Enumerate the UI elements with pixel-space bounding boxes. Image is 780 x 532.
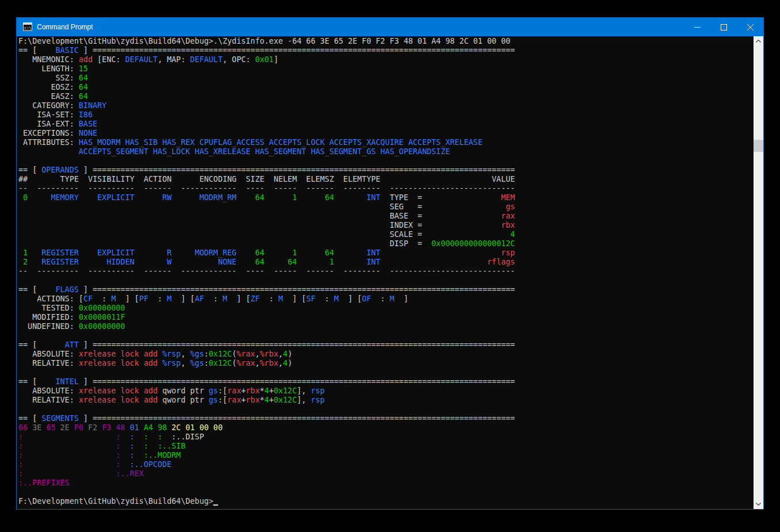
console-line	[18, 488, 763, 497]
console-line: -- --------- ---------- ------ ---------…	[18, 267, 763, 276]
console-line: ISA-SET: I86	[18, 110, 763, 120]
console-line: MNEMONIC: add [ENC: DEFAULT, MAP: DEFAUL…	[18, 55, 763, 64]
chevron-up-icon	[756, 40, 761, 43]
window-controls	[684, 18, 763, 36]
console-line: DISP = 0x000000000000012C	[18, 239, 763, 248]
console-line: TESTED: 0x00000000	[18, 304, 763, 313]
console-line: == [ OPERANDS ] ========================…	[18, 166, 763, 175]
scroll-down-button[interactable]	[754, 499, 763, 509]
console-line: MODIFIED: 0x0000011F	[18, 313, 763, 322]
close-button[interactable]	[737, 18, 763, 36]
window-title: Command Prompt	[37, 23, 684, 31]
titlebar[interactable]: c:\ Command Prompt	[17, 18, 763, 36]
console-line: RELATIVE: xrelease lock add %rsp, %gs:0x…	[18, 359, 763, 368]
console-line: : : : :..MODRM	[18, 451, 763, 460]
console-line: F:\Development\GitHub\zydis\Build64\Debu…	[18, 497, 763, 506]
console-line: INDEX = rbx	[18, 221, 763, 230]
console-line	[18, 156, 763, 166]
console-line: 0 MEMORY EXPLICIT RW MODRM_RM 64 1 64 IN…	[18, 193, 763, 202]
console-line: EOSZ: 64	[18, 83, 763, 92]
console-line: F:\Development\GitHub\zydis\Build64\Debu…	[18, 37, 763, 46]
console-line: UNDEFINED: 0x00000000	[18, 322, 763, 331]
console-line: : : : : : :..DISP	[18, 433, 763, 442]
console-line: : : :..OPCODE	[18, 460, 763, 469]
console-line	[18, 331, 763, 340]
console-line	[18, 276, 763, 285]
console-output: F:\Development\GitHub\zydis\Build64\Debu…	[18, 37, 763, 506]
console-line: ISA-EXT: BASE	[18, 120, 763, 129]
console-line: ATTRIBUTES: HAS_MODRM HAS_SIB HAS_REX CP…	[18, 138, 763, 147]
console-line	[18, 405, 763, 414]
scroll-up-button[interactable]	[754, 36, 763, 46]
console-line: == [ INTEL ] ===========================…	[18, 377, 763, 386]
console-line: SEG = gs	[18, 202, 763, 212]
console-line: CATEGORY: BINARY	[18, 101, 763, 110]
console-line: == [ FLAGS ] ===========================…	[18, 285, 763, 294]
command-prompt-window: c:\ Command Prompt F:\Development\GitHub…	[16, 17, 764, 510]
console-line	[18, 368, 763, 377]
console-line: :..PREFIXES	[18, 479, 763, 488]
console-line: ACCEPTS_SEGMENT HAS_LOCK HAS_XRELEASE HA…	[18, 147, 763, 156]
console-line: ## TYPE VISIBILITY ACTION ENCODING SIZE …	[18, 175, 763, 184]
console-line: BASE = rax	[18, 212, 763, 221]
console-line: == [ ATT ] =============================…	[18, 340, 763, 350]
console-line: : :..REX	[18, 469, 763, 479]
svg-text:c:\: c:\	[24, 26, 32, 30]
console-line: 1 REGISTER EXPLICIT R MODRM_REG 64 1 64 …	[18, 248, 763, 258]
maximize-icon	[721, 24, 727, 30]
console-line: EASZ: 64	[18, 92, 763, 101]
cmd-icon: c:\	[23, 22, 32, 32]
console-line: SCALE = 4	[18, 230, 763, 239]
console-line: 66 3E 65 2E F0 F2 F3 48 01 A4 98 2C 01 0…	[18, 423, 763, 433]
console-line: ABSOLUTE: xrelease lock add qword ptr gs…	[18, 386, 763, 396]
console-line: -- --------- ---------- ------ ---------…	[18, 184, 763, 193]
console-line: ACTIONS: [CF : M ] [PF : M ] [AF : M ] […	[18, 294, 763, 304]
close-icon	[747, 24, 754, 30]
console-line: SSZ: 64	[18, 74, 763, 83]
vertical-scrollbar[interactable]	[754, 36, 763, 509]
minimize-button[interactable]	[684, 18, 710, 36]
minimize-icon	[694, 24, 701, 30]
chevron-down-icon	[756, 503, 761, 506]
console-line: EXCEPTIONS: NONE	[18, 129, 763, 138]
console-line: : : : : :..SIB	[18, 442, 763, 451]
console-line: == [ SEGMENTS ] ========================…	[18, 414, 763, 423]
maximize-button[interactable]	[710, 18, 737, 36]
console-line: LENGTH: 15	[18, 64, 763, 74]
console-line: RELATIVE: xrelease lock add qword ptr gs…	[18, 396, 763, 405]
console-line: == [ BASIC ] ===========================…	[18, 46, 763, 55]
scrollbar-thumb[interactable]	[754, 140, 763, 152]
console-line: ABSOLUTE: xrelease lock add %rsp, %gs:0x…	[18, 350, 763, 359]
console-viewport: F:\Development\GitHub\zydis\Build64\Debu…	[17, 36, 763, 509]
console-line: 2 REGISTER HIDDEN W NONE 64 64 1 INT rfl…	[18, 258, 763, 267]
